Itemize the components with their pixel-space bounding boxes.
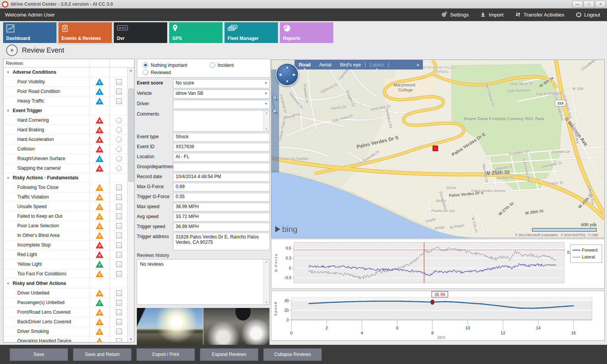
status-option-reviewed[interactable]: Reviewed xyxy=(143,69,171,75)
pan-right-icon[interactable]: ▶ xyxy=(293,73,296,76)
export-print-button[interactable]: Export / Print xyxy=(136,348,195,361)
review-item-row[interactable]: Poor Visibility1 xyxy=(3,77,128,87)
close-button[interactable]: × xyxy=(595,1,606,8)
record-date-field[interactable]: 10/4/2014 4:48:54 PM xyxy=(173,173,270,182)
review-item-checkbox[interactable] xyxy=(116,290,122,296)
zoom-in-button[interactable] xyxy=(272,95,278,101)
review-item-row[interactable]: Failed to Keep an Out3 xyxy=(3,212,128,221)
tree-collapse-icon[interactable]: ▾ xyxy=(3,281,13,285)
back-button[interactable] xyxy=(6,45,18,56)
review-item-row[interactable]: Unsafe Speed3 xyxy=(3,202,128,212)
import-button[interactable]: Import xyxy=(480,12,503,18)
logout-button[interactable]: Logout xyxy=(576,12,600,18)
map-tab-labels[interactable]: Labels▴ xyxy=(366,60,388,69)
review-item-row[interactable]: Following Too Close3 xyxy=(3,183,128,192)
review-item-row[interactable]: Heavy Traffic1 xyxy=(3,96,128,106)
group-department-field[interactable] xyxy=(173,163,270,172)
tab-reports[interactable]: Reports xyxy=(280,22,333,43)
review-item-radio[interactable] xyxy=(116,156,122,162)
review-item-checkbox[interactable] xyxy=(116,319,122,325)
review-item-row[interactable]: Passenger(s) Unbelted2 xyxy=(3,298,128,308)
review-item-checkbox[interactable] xyxy=(116,233,122,238)
expand-reviews-button[interactable]: Expand Reviews xyxy=(200,348,258,361)
review-item-row[interactable]: Yellow Light2 xyxy=(3,260,128,269)
status-radio[interactable] xyxy=(143,62,148,68)
tab-dashboard[interactable]: Dashboard xyxy=(3,22,57,43)
review-item-checkbox[interactable] xyxy=(116,242,122,248)
zoom-out-button[interactable] xyxy=(272,108,278,114)
event-location-marker[interactable] xyxy=(433,146,438,151)
review-item-checkbox[interactable] xyxy=(116,185,122,190)
tab-gps[interactable]: GPS xyxy=(169,22,223,43)
status-option-incident[interactable]: Incident xyxy=(210,62,234,68)
collapse-reviews-button[interactable]: Collapse Reviews xyxy=(263,348,322,361)
review-group-row[interactable]: ▾Event Trigger xyxy=(3,106,128,116)
location-field[interactable]: Al - FL xyxy=(173,153,270,162)
review-item-row[interactable]: Driver Smoking3 xyxy=(3,327,128,336)
review-item-checkbox[interactable] xyxy=(116,261,122,267)
review-item-checkbox[interactable] xyxy=(116,223,122,229)
review-group-row[interactable]: ▾Adverse Conditions xyxy=(3,68,128,77)
comments-textarea[interactable]: ▲▼ xyxy=(173,110,270,132)
transfer-activities-button[interactable]: Transfer Activities xyxy=(515,12,564,18)
review-item-row[interactable]: Collision4 xyxy=(3,144,128,154)
max-speed-field[interactable]: 38.99 MPH xyxy=(173,203,270,212)
max-gforce-field[interactable]: 0.69 xyxy=(173,183,270,192)
map-tab-bird-s-eye[interactable]: Bird's eye xyxy=(336,60,365,69)
review-item-checkbox[interactable] xyxy=(116,79,122,85)
status-radio[interactable] xyxy=(143,69,148,75)
review-item-row[interactable]: Driver Unbelted3 xyxy=(3,288,128,298)
status-option-nothing-important[interactable]: Nothing important xyxy=(143,62,187,68)
review-item-checkbox[interactable] xyxy=(116,300,122,306)
review-item-checkbox[interactable] xyxy=(116,252,122,258)
save-and-return-button[interactable]: Save and Return xyxy=(73,348,131,361)
pan-up-icon[interactable]: ▲ xyxy=(286,66,289,69)
driver-select[interactable]: ▼ xyxy=(173,100,270,109)
review-item-row[interactable]: Rough/Uneven Surface1 xyxy=(3,154,128,164)
map-tab-aerial[interactable]: Aerial xyxy=(315,60,336,69)
review-item-row[interactable]: Red Light4 xyxy=(3,250,128,260)
review-item-checkbox[interactable] xyxy=(116,194,122,200)
vehicle-select[interactable]: idrive Van SB▼ xyxy=(173,89,270,99)
review-item-row[interactable]: Too Fast For Conditions3 xyxy=(3,269,128,279)
review-item-row[interactable]: Poor Lane Selection3 xyxy=(3,221,128,231)
tab-fleet-manager[interactable]: Fleet Manager xyxy=(225,22,278,43)
review-item-radio[interactable] xyxy=(116,165,122,171)
event-id-field[interactable]: X017639 xyxy=(173,143,270,152)
pan-down-icon[interactable]: ▼ xyxy=(286,80,289,83)
trigger-gforce-field[interactable]: 0.55 xyxy=(173,193,270,202)
review-group-row[interactable]: ▾Risky and Other Actions xyxy=(3,279,128,288)
map-collapse-button[interactable]: « xyxy=(413,62,423,68)
tab-dvr[interactable]: MERGEDvr xyxy=(114,22,167,43)
review-item-checkbox[interactable] xyxy=(116,338,122,342)
review-item-radio[interactable] xyxy=(116,127,122,133)
maximize-button[interactable]: □ xyxy=(584,1,594,8)
status-radio[interactable] xyxy=(210,62,215,68)
history-scrollbar[interactable]: ▲▼ xyxy=(263,260,269,304)
tree-collapse-icon[interactable]: ▾ xyxy=(3,109,13,113)
review-group-row[interactable]: ▾Risky Actions - Fundamentals xyxy=(3,173,128,183)
minimize-button[interactable]: — xyxy=(572,1,583,8)
review-item-checkbox[interactable] xyxy=(116,213,122,219)
reviews-history-box[interactable]: No reviews▲▼ xyxy=(137,259,270,305)
review-item-row[interactable]: Traffic Violation3 xyxy=(3,192,128,202)
review-item-row[interactable]: In Other's Blind Area3 xyxy=(3,231,128,240)
review-item-row[interactable]: Hard Acceleration4 xyxy=(3,135,128,144)
review-item-row[interactable]: Operating Handled Device3 xyxy=(3,336,128,342)
tab-events-reviews[interactable]: Events & Reviews xyxy=(58,22,112,43)
review-item-radio[interactable] xyxy=(116,137,122,142)
review-item-radio[interactable] xyxy=(116,117,122,123)
map-pan-control[interactable]: ▲ ▼ ◀ ▶ xyxy=(276,63,299,86)
review-item-checkbox[interactable] xyxy=(116,89,122,94)
textarea-scrollbar[interactable]: ▲▼ xyxy=(263,111,269,131)
trigger-speed-field[interactable]: 36.99 MPH xyxy=(173,223,270,232)
event-score-select[interactable]: No score▼ xyxy=(173,79,270,88)
map-tab-road[interactable]: Road▴ xyxy=(294,60,315,69)
scroll-down-icon[interactable]: ▼ xyxy=(128,336,134,342)
trigger-address-field[interactable]: 31828 Palos Verdes Dr E, Rancho Palos Ve… xyxy=(173,233,270,250)
review-item-radio[interactable] xyxy=(116,146,122,152)
tree-collapse-icon[interactable]: ▾ xyxy=(3,176,13,180)
review-item-checkbox[interactable] xyxy=(116,204,122,210)
reviews-scrollbar[interactable]: ▲ ▼ xyxy=(127,68,134,342)
review-item-row[interactable]: Slapping the camera!4 xyxy=(3,164,128,173)
